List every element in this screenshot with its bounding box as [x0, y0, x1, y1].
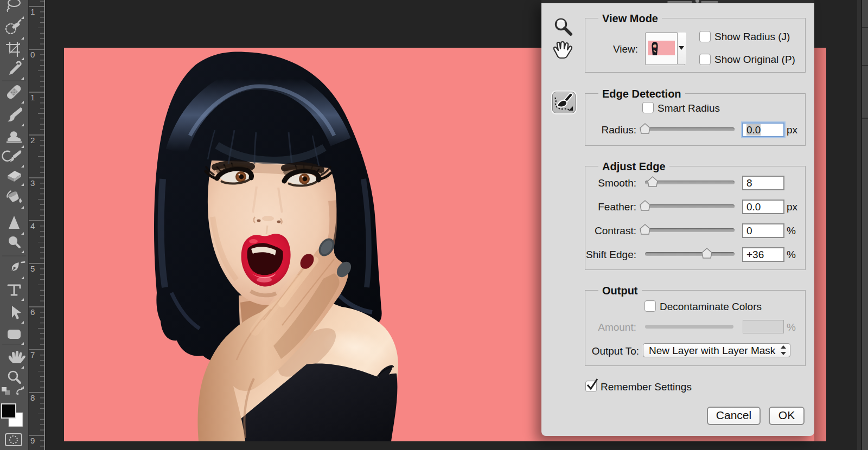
svg-text:5: 5 [30, 264, 35, 273]
svg-text:4: 4 [30, 221, 35, 230]
svg-text:0: 0 [30, 50, 35, 59]
svg-text:9: 9 [30, 436, 35, 445]
svg-text:1: 1 [30, 93, 35, 102]
svg-text:8: 8 [30, 393, 35, 402]
svg-text:2: 2 [30, 136, 35, 145]
svg-text:1: 1 [30, 7, 35, 16]
svg-text:6: 6 [30, 307, 35, 317]
svg-text:7: 7 [30, 350, 35, 359]
svg-text:3: 3 [30, 178, 35, 188]
